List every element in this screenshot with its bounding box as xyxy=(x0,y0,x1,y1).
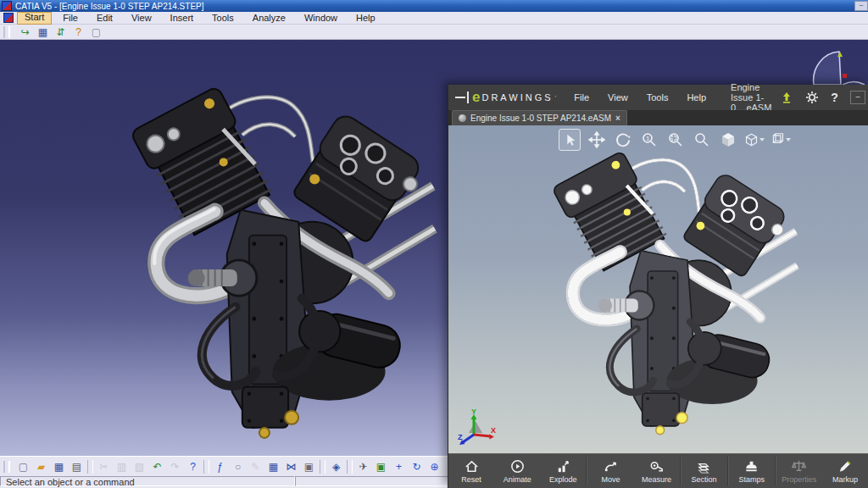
menu-item[interactable]: View xyxy=(124,13,159,24)
rotate-icon[interactable]: ↻ xyxy=(409,460,424,473)
minimize-button[interactable]: – xyxy=(854,1,868,11)
logo-dash xyxy=(455,97,465,98)
knowledge-icon[interactable]: ✎ xyxy=(248,460,263,473)
save-icon[interactable]: ▦ xyxy=(36,25,50,38)
cut-icon[interactable]: ✂ xyxy=(97,460,111,473)
edrawings-titlebar[interactable]: e DRAWINGS ’ File View Tools Help Engine… xyxy=(448,85,868,110)
divider xyxy=(87,460,93,474)
document-tab[interactable]: Engine Issue 1-0 STEP AP214.eASM × xyxy=(452,110,627,125)
exit-workbench-icon[interactable]: ↪ xyxy=(18,25,32,38)
logo-wordmark: DRAWINGS xyxy=(481,92,553,103)
document-title: Engine Issue 1-0....eASM xyxy=(722,82,780,113)
catia-window-title: CATIA V5 - [Engine Issue 1-0 STEP AP214.… xyxy=(15,2,204,11)
menu-item[interactable]: Start xyxy=(17,12,52,25)
status-message: Select an object or a command xyxy=(0,476,295,486)
catia-menubar: StartFileEditViewInsertToolsAnalyzeWindo… xyxy=(0,12,868,25)
ed-menu-help[interactable]: Help xyxy=(677,92,715,103)
undo-icon[interactable]: ↶ xyxy=(150,460,164,473)
ed-menu-file[interactable]: File xyxy=(565,92,598,103)
menu-item[interactable]: Tools xyxy=(204,13,242,24)
fly-mode-icon[interactable]: ✈ xyxy=(356,460,370,473)
divider xyxy=(203,460,209,474)
tab-label: Engine Issue 1-0 STEP AP214.eASM xyxy=(470,114,611,123)
save-management-icon[interactable]: ⇵ xyxy=(53,25,68,38)
dropdown-caret-icon xyxy=(786,138,791,141)
new-window-icon[interactable]: ▢ xyxy=(89,25,103,38)
menu-item[interactable]: Analyze xyxy=(245,13,293,24)
markup-button[interactable]: Markup xyxy=(822,454,868,488)
zoom-area-tool[interactable] xyxy=(665,130,686,150)
assembly-doc-icon xyxy=(459,114,466,122)
save-icon[interactable]: ▦ xyxy=(52,460,66,473)
reset-button[interactable]: Reset xyxy=(448,454,494,488)
zoom-tool[interactable] xyxy=(692,130,712,150)
product-structure-icon[interactable]: ◈ xyxy=(329,460,343,473)
zoom-fit-tool[interactable]: 1 xyxy=(639,130,659,150)
paste-icon[interactable]: ▧ xyxy=(132,460,147,473)
catia-doc-icon xyxy=(3,13,14,23)
formula-icon[interactable]: ƒ xyxy=(213,460,227,473)
menu-item[interactable]: Insert xyxy=(163,13,202,24)
catia-titlebar: CATIA V5 - [Engine Issue 1-0 STEP AP214.… xyxy=(0,0,868,12)
measure-button[interactable]: Measure xyxy=(633,454,679,488)
settings-gear-icon[interactable] xyxy=(805,91,819,104)
orientation-triad-icon: Y X Z xyxy=(457,408,498,448)
svg-text:X: X xyxy=(491,426,496,435)
tab-close-icon[interactable]: × xyxy=(615,114,620,123)
fit-all-in-icon[interactable]: ▣ xyxy=(374,460,388,473)
lock-icon[interactable]: ▣ xyxy=(302,460,316,473)
edrawings-window: e DRAWINGS ’ File View Tools Help Engine… xyxy=(448,85,868,488)
dropdown-caret-icon xyxy=(760,138,765,141)
display-mode-dropdown[interactable] xyxy=(744,130,765,150)
edrawings-logo: e DRAWINGS ’ xyxy=(448,91,565,104)
logo-e: e xyxy=(472,91,480,104)
print-icon[interactable]: ▤ xyxy=(70,460,84,473)
orientation-dropdown[interactable] xyxy=(771,130,791,150)
pan-tool[interactable] xyxy=(587,130,607,150)
menu-item[interactable]: File xyxy=(55,13,86,24)
rotate-tool[interactable] xyxy=(613,130,633,150)
ed-menu-tools[interactable]: Tools xyxy=(637,92,678,103)
publish-share-icon[interactable] xyxy=(780,91,793,104)
edrawings-3d-viewport[interactable]: 1 xyxy=(448,125,868,453)
design-table-icon[interactable]: ▦ xyxy=(266,460,281,473)
new-document-icon[interactable]: ▢ xyxy=(16,460,31,473)
animate-button[interactable]: Animate xyxy=(494,454,540,488)
ed-menu-view[interactable]: View xyxy=(598,92,637,103)
help-icon[interactable]: ? xyxy=(71,25,86,38)
help-icon[interactable]: ? xyxy=(831,91,838,104)
move-button[interactable]: Move xyxy=(587,454,633,488)
edrawings-tabbar: Engine Issue 1-0 STEP AP214.eASM × xyxy=(448,110,868,125)
stamps-button[interactable]: Stamps xyxy=(729,454,775,488)
catia-standard-toolbar: ↪▦⇵?▢ xyxy=(0,25,868,40)
divider xyxy=(347,460,353,474)
logo-bar xyxy=(467,92,469,103)
toolbar-grip[interactable] xyxy=(3,461,10,473)
menu-item[interactable]: Help xyxy=(348,13,383,24)
svg-text:Y: Y xyxy=(471,408,476,416)
svg-text:Z: Z xyxy=(458,433,463,441)
select-tool[interactable] xyxy=(559,129,581,151)
ed-minimize-button[interactable]: – xyxy=(850,91,865,104)
view-compass-icon[interactable] xyxy=(809,50,868,85)
open-icon[interactable]: ▰ xyxy=(34,460,48,473)
svg-text:1: 1 xyxy=(646,135,650,142)
copy-icon[interactable]: ▥ xyxy=(114,460,129,473)
engine-model-catia xyxy=(108,84,444,458)
section-button[interactable]: Section xyxy=(682,454,727,488)
redo-icon[interactable]: ↷ xyxy=(168,460,182,473)
relations-icon[interactable]: ⋈ xyxy=(284,460,298,473)
properties-button[interactable]: Properties xyxy=(776,454,822,488)
catia-app-icon xyxy=(2,1,12,11)
toolbar-grip[interactable] xyxy=(3,26,10,38)
engine-model-edrawings xyxy=(533,149,806,451)
comment-icon[interactable]: ○ xyxy=(231,460,245,473)
pan-icon[interactable]: + xyxy=(392,460,406,473)
shaded-tool[interactable] xyxy=(718,130,738,150)
menu-item[interactable]: Window xyxy=(297,13,345,24)
explode-button[interactable]: Explode xyxy=(540,454,586,488)
menu-item[interactable]: Edit xyxy=(89,13,120,24)
zoom-in-icon[interactable]: ⊕ xyxy=(427,460,442,473)
edrawings-bottom-toolbar: Reset Animate Explode Move Measure Secti… xyxy=(448,453,868,488)
whats-this-icon[interactable]: ? xyxy=(186,460,200,473)
